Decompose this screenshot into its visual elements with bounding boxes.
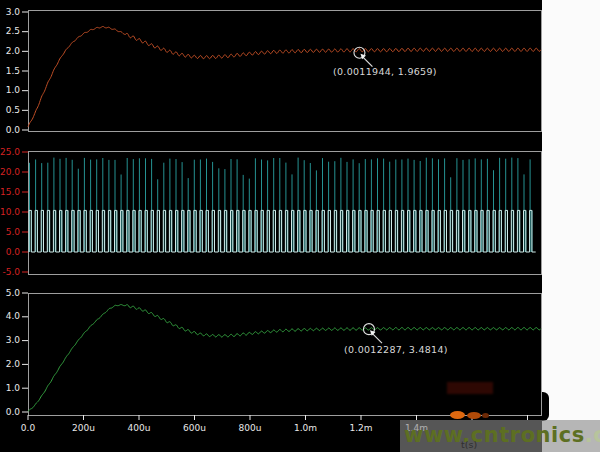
- watermark-suffix: .com: [585, 423, 600, 447]
- y-tick-label: 4.0: [0, 312, 20, 321]
- y-tick-label: 1.0: [0, 384, 20, 393]
- y-tick-label: 1.5: [0, 67, 20, 76]
- cursor-marker[interactable]: [363, 324, 382, 344]
- y-tick-label: -5.0: [0, 268, 20, 277]
- y-tick-label: 3.0: [0, 8, 20, 17]
- y-tick-label: 1.0: [0, 86, 20, 95]
- y-tick-label: 3.0: [0, 336, 20, 345]
- x-tick-label: 200u: [64, 424, 104, 433]
- bottom-step-response-trace: [28, 305, 541, 412]
- y-tick-label: 20.0: [0, 168, 20, 177]
- cursor-readout-top: (0.0011944, 1.9659): [333, 66, 437, 77]
- y-tick-label: 25.0: [0, 148, 20, 157]
- x-tick-label: 800u: [230, 424, 270, 433]
- y-tick-label: 0.0: [0, 248, 20, 257]
- waveform-viewer-screen: 3.02.52.01.51.00.50.025.020.015.010.05.0…: [0, 0, 600, 452]
- x-tick-label: 1.2m: [341, 424, 381, 433]
- trace-canvas[interactable]: [0, 0, 600, 452]
- orange-smudge-icon: [482, 413, 489, 418]
- x-tick-label: 400u: [119, 424, 159, 433]
- y-tick-label: 0.0: [0, 408, 20, 417]
- x-tick-label: 600u: [175, 424, 215, 433]
- pwm-square-trace: [29, 210, 536, 252]
- red-smudge-artifact: [447, 382, 493, 394]
- y-tick-label: 0.5: [0, 106, 20, 115]
- y-tick-label: 15.0: [0, 188, 20, 197]
- x-axis-title: t(s): [461, 439, 477, 450]
- y-tick-label: 2.0: [0, 360, 20, 369]
- watermark-main: www.cntronics: [404, 423, 585, 447]
- cursor-readout-bottom: (0.0012287, 3.4814): [344, 344, 448, 355]
- y-tick-label: 2.5: [0, 27, 20, 36]
- top-step-response-trace: [28, 27, 541, 127]
- orange-smudge-icon: [450, 411, 465, 419]
- y-tick-label: 0.0: [0, 126, 20, 135]
- x-tick-label: 1.0m: [286, 424, 326, 433]
- orange-smudge-icon: [467, 412, 481, 419]
- y-tick-label: 10.0: [0, 208, 20, 217]
- y-tick-label: 2.0: [0, 47, 20, 56]
- watermark-text: www.cntronics.com: [404, 423, 600, 447]
- y-tick-label: 5.0: [0, 289, 20, 298]
- x-tick-label: 0.0: [8, 424, 48, 433]
- y-tick-label: 5.0: [0, 228, 20, 237]
